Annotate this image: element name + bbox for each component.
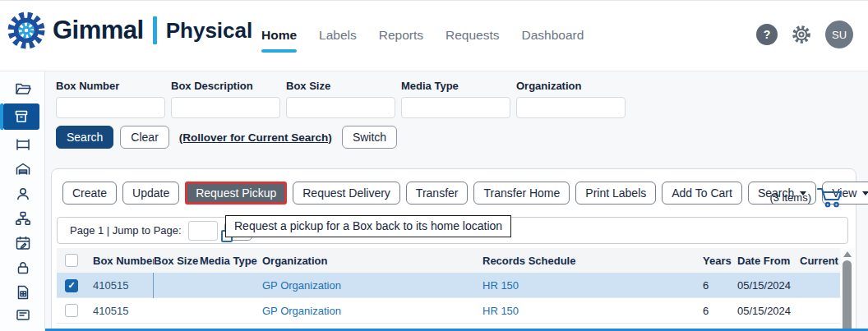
filter-label: Box Number bbox=[56, 80, 165, 92]
pagination-label: Page 1 | Jump to Page: bbox=[70, 224, 182, 237]
sidebar-item-folders[interactable] bbox=[0, 79, 45, 99]
filter-box-size: Box Size bbox=[286, 80, 395, 118]
settings-gear-icon[interactable] bbox=[791, 24, 812, 45]
col-records-schedule[interactable]: Records Schedule bbox=[482, 255, 703, 267]
tab-labels[interactable]: Labels bbox=[319, 28, 357, 53]
lock-icon bbox=[14, 259, 32, 277]
chevron-down-icon bbox=[862, 191, 868, 195]
cart-area: (3 items) bbox=[769, 186, 844, 209]
search-button[interactable]: Search bbox=[56, 126, 113, 149]
scroll-up-arrow-icon[interactable] bbox=[840, 248, 854, 260]
table-row[interactable]: 410515 GP Organization HR 150 6 05/15/20… bbox=[57, 298, 841, 324]
col-date-from[interactable]: Date From bbox=[737, 255, 800, 267]
filter-box-number: Box Number bbox=[56, 80, 165, 118]
tab-home[interactable]: Home bbox=[261, 28, 297, 53]
org-chart-icon bbox=[14, 209, 32, 228]
box-size-input[interactable] bbox=[286, 97, 395, 118]
vertical-scrollbar[interactable] bbox=[840, 248, 854, 331]
jump-to-page-input[interactable] bbox=[188, 221, 218, 241]
add-to-cart-button[interactable]: Add To Cart bbox=[662, 182, 742, 205]
filter-label: Box Description bbox=[171, 80, 280, 92]
user-icon bbox=[14, 185, 32, 203]
rollover-current-search-link[interactable]: (Rollover for Current Search) bbox=[179, 131, 332, 144]
brand: Gimmal Physical bbox=[7, 11, 252, 50]
sidebar-item-shelves[interactable] bbox=[0, 135, 45, 154]
cell-organization-link[interactable]: GP Organization bbox=[262, 305, 482, 317]
request-delivery-button[interactable]: Request Delivery bbox=[293, 182, 400, 205]
transfer-home-button[interactable]: Transfer Home bbox=[473, 182, 570, 205]
cell-years: 6 bbox=[703, 279, 737, 292]
filter-row: Box Number Box Description Box Size Medi… bbox=[56, 80, 626, 118]
sidebar-item-boxes[interactable] bbox=[3, 103, 39, 130]
filter-box-description: Box Description bbox=[171, 80, 280, 118]
col-current-location[interactable]: Current Lo bbox=[800, 255, 841, 267]
calendar-edit-icon bbox=[14, 234, 32, 252]
storage-list-icon bbox=[14, 308, 32, 326]
tab-dashboard[interactable]: Dashboard bbox=[522, 28, 584, 53]
document-grid-icon bbox=[14, 283, 32, 301]
top-header: Gimmal Physical Home Labels Reports Requ… bbox=[0, 1, 868, 71]
select-all-checkbox[interactable] bbox=[65, 254, 78, 267]
main-nav: Home Labels Reports Requests Dashboard bbox=[261, 28, 584, 53]
print-labels-button[interactable]: Print Labels bbox=[575, 182, 656, 205]
cell-box-number[interactable]: 410515 bbox=[93, 273, 154, 298]
filter-label: Box Size bbox=[286, 80, 395, 92]
cell-date-from: 05/15/2024 bbox=[737, 305, 800, 317]
sidebar-item-org-chart[interactable] bbox=[0, 209, 45, 228]
user-avatar[interactable]: SU bbox=[825, 21, 853, 48]
request-pickup-tooltip: Request a pickup for a Box back to its h… bbox=[225, 215, 511, 237]
boxes-table: Box Number Box Size Media Type Organizat… bbox=[57, 248, 841, 331]
row-checkbox[interactable] bbox=[65, 304, 78, 317]
sidebar-item-security[interactable] bbox=[0, 258, 45, 278]
cell-records-schedule-link[interactable]: HR 150 bbox=[482, 305, 703, 317]
col-organization[interactable]: Organization bbox=[262, 255, 482, 267]
sidebar-item-storage[interactable] bbox=[0, 307, 45, 327]
left-sidebar bbox=[0, 71, 45, 331]
warehouse-icon bbox=[14, 160, 32, 178]
clear-button[interactable]: Clear bbox=[120, 126, 169, 149]
request-pickup-button[interactable]: Request Pickup bbox=[185, 182, 287, 205]
table-header-row: Box Number Box Size Media Type Organizat… bbox=[57, 248, 841, 273]
cart-items-count: (3 items) bbox=[769, 191, 811, 204]
app-window: Gimmal Physical Home Labels Reports Requ… bbox=[0, 0, 868, 331]
cell-box-number[interactable]: 410515 bbox=[93, 305, 154, 317]
sidebar-item-reports-doc[interactable] bbox=[0, 283, 45, 302]
box-description-input[interactable] bbox=[171, 97, 280, 118]
brand-divider bbox=[153, 16, 157, 44]
tab-requests[interactable]: Requests bbox=[446, 28, 499, 53]
switch-button[interactable]: Switch bbox=[342, 126, 397, 149]
media-type-input[interactable] bbox=[401, 97, 510, 118]
cell-date-from: 05/15/2024 bbox=[737, 279, 800, 292]
gimmal-gear-logo-icon bbox=[7, 11, 46, 50]
col-years[interactable]: Years bbox=[703, 255, 737, 267]
update-button[interactable]: Update bbox=[122, 182, 179, 205]
sidebar-item-schedule[interactable] bbox=[0, 233, 45, 253]
cell-years: 6 bbox=[703, 305, 737, 317]
table-row[interactable]: 410515 GP Organization HR 150 6 05/15/20… bbox=[57, 273, 841, 298]
tab-reports[interactable]: Reports bbox=[379, 28, 423, 53]
help-icon[interactable]: ? bbox=[756, 24, 778, 45]
open-folder-icon bbox=[14, 80, 32, 98]
row-checkbox[interactable] bbox=[65, 279, 78, 292]
brand-name: Gimmal bbox=[53, 16, 144, 45]
results-panel: Create Update Request Pickup Request Del… bbox=[51, 168, 856, 331]
sidebar-item-warehouse[interactable] bbox=[0, 159, 45, 179]
scrollbar-thumb[interactable] bbox=[843, 260, 852, 331]
cell-organization-link[interactable]: GP Organization bbox=[262, 279, 482, 292]
col-box-number[interactable]: Box Number bbox=[93, 255, 154, 267]
col-box-size[interactable]: Box Size bbox=[154, 255, 200, 267]
filter-media-type: Media Type bbox=[401, 80, 510, 118]
box-number-input[interactable] bbox=[56, 97, 165, 118]
header-actions: ? SU bbox=[756, 21, 853, 48]
shopping-cart-icon[interactable] bbox=[816, 186, 844, 209]
organization-input[interactable] bbox=[516, 97, 626, 118]
brand-product: Physical bbox=[166, 18, 253, 44]
filter-label: Organization bbox=[516, 80, 626, 92]
col-media-type[interactable]: Media Type bbox=[200, 255, 262, 267]
transfer-button[interactable]: Transfer bbox=[406, 182, 469, 205]
create-button[interactable]: Create bbox=[62, 182, 117, 205]
sidebar-item-users[interactable] bbox=[0, 184, 45, 204]
shelf-icon bbox=[14, 136, 32, 154]
cell-records-schedule-link[interactable]: HR 150 bbox=[482, 279, 703, 292]
search-actions-row: Search Clear (Rollover for Current Searc… bbox=[56, 126, 397, 149]
